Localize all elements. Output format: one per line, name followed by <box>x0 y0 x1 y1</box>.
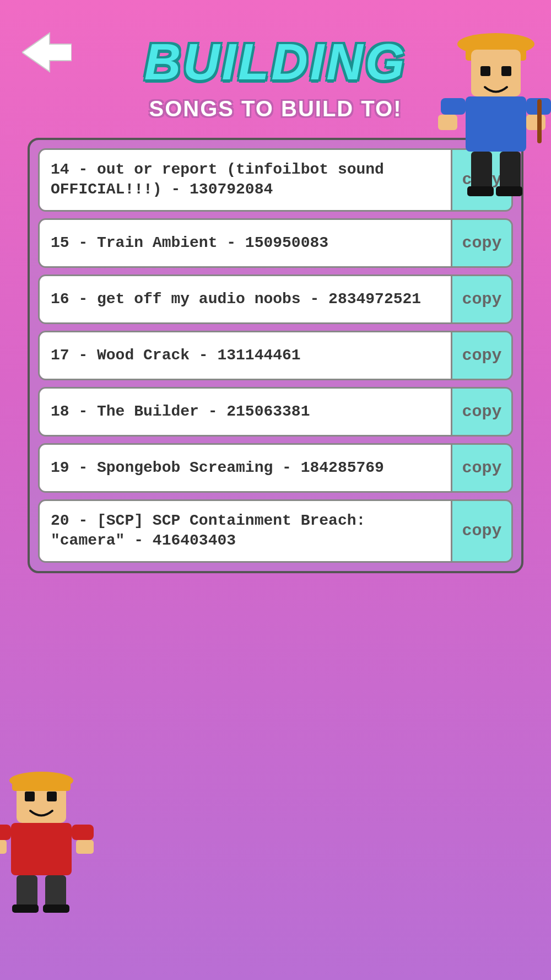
svg-rect-6 <box>466 96 526 152</box>
song-row-20: 20 - [SCP] SCP Containment Breach: "came… <box>38 499 513 563</box>
copy-button-20[interactable]: copy <box>451 501 511 561</box>
svg-rect-27 <box>45 875 66 908</box>
back-button[interactable] <box>22 30 72 74</box>
song-row-17: 17 - Wood Crack - 131144461copy <box>38 331 513 380</box>
song-label-14: 14 - out or report (tinfoilbot sound OFF… <box>40 150 451 210</box>
svg-rect-3 <box>471 50 521 96</box>
copy-button-19[interactable]: copy <box>451 445 511 491</box>
svg-rect-5 <box>501 66 511 76</box>
copy-button-16[interactable]: copy <box>451 276 511 322</box>
copy-button-18[interactable]: copy <box>451 389 511 435</box>
page-title: BUILDING <box>144 33 407 91</box>
song-row-16: 16 - get off my audio noobs - 2834972521… <box>38 274 513 324</box>
svg-rect-18 <box>47 791 57 801</box>
svg-rect-4 <box>480 66 490 76</box>
svg-rect-7 <box>441 98 466 115</box>
svg-rect-25 <box>76 840 94 854</box>
svg-rect-29 <box>43 904 69 913</box>
song-label-15: 15 - Train Ambient - 150950083 <box>40 220 451 266</box>
roblox-character-left <box>0 771 99 914</box>
svg-rect-26 <box>17 875 37 908</box>
song-label-17: 17 - Wood Crack - 131144461 <box>40 332 451 379</box>
song-label-18: 18 - The Builder - 215063381 <box>40 389 451 435</box>
svg-rect-15 <box>537 99 542 143</box>
song-label-20: 20 - [SCP] SCP Containment Breach: "came… <box>40 501 451 561</box>
svg-rect-9 <box>438 115 457 130</box>
svg-rect-23 <box>72 825 94 840</box>
roblox-character-right <box>435 11 551 198</box>
song-label-19: 19 - Spongebob Screaming - 184285769 <box>40 445 451 491</box>
svg-marker-0 <box>22 33 72 72</box>
svg-rect-10 <box>526 115 545 130</box>
song-label-16: 16 - get off my audio noobs - 2834972521 <box>40 276 451 322</box>
copy-button-15[interactable]: copy <box>451 220 511 266</box>
song-row-15: 15 - Train Ambient - 150950083copy <box>38 218 513 268</box>
svg-rect-22 <box>0 825 11 840</box>
svg-rect-28 <box>12 904 39 913</box>
svg-rect-20 <box>12 777 71 791</box>
svg-rect-12 <box>500 152 521 190</box>
svg-rect-13 <box>467 186 494 196</box>
copy-button-17[interactable]: copy <box>451 332 511 379</box>
svg-rect-14 <box>496 186 522 196</box>
svg-rect-24 <box>0 840 7 854</box>
song-row-19: 19 - Spongebob Screaming - 184285769copy <box>38 443 513 493</box>
svg-rect-11 <box>471 152 492 190</box>
svg-rect-17 <box>25 791 35 801</box>
song-row-18: 18 - The Builder - 215063381copy <box>38 387 513 437</box>
svg-rect-21 <box>11 823 72 875</box>
song-list: 14 - out or report (tinfoilbot sound OFF… <box>28 138 523 573</box>
